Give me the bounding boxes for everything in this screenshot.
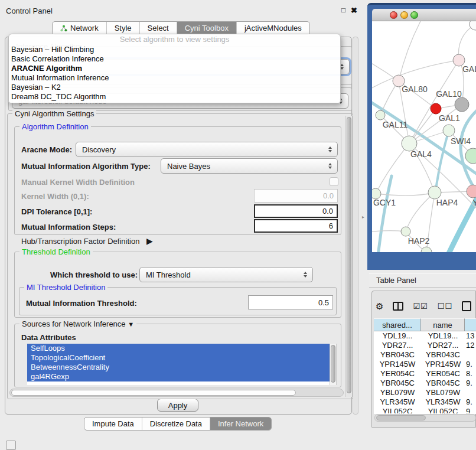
table-row[interactable]: YER054CYER054C8.	[374, 369, 476, 379]
tab-infer-network[interactable]: Infer Network	[210, 418, 271, 430]
network-node[interactable]	[421, 247, 432, 252]
table-cell: YBR045C	[421, 379, 465, 388]
network-graph[interactable]: GAL80GAL10GAL11GAL1SWI4GAL4GCY1HAP4HAP2G…	[372, 21, 476, 252]
algorithm-option[interactable]: Bayesian – K2	[9, 83, 340, 92]
network-node[interactable]	[431, 103, 441, 114]
split-pane-icon[interactable]	[393, 302, 403, 311]
tab-label: Infer Network	[218, 419, 263, 428]
mi-type-label: Mutual Information Algorithm Type:	[21, 162, 151, 171]
table-hscrollbar-thumb[interactable]	[376, 415, 426, 420]
table-panel-window: ⚙☑☑☐☐ shared...name YDL19...YDL19...13YD…	[371, 291, 476, 428]
tab-label: Impute Data	[92, 419, 134, 428]
which-threshold-combo[interactable]: MI Threshold	[139, 267, 313, 282]
table-cell: 9.	[465, 397, 476, 407]
attribute-item[interactable]: SelfLoops	[27, 344, 330, 353]
expander-expanded-icon[interactable]: ▼	[128, 321, 134, 328]
mi-algorithm-type-combo[interactable]: Naive Bayes	[161, 158, 338, 174]
mi-steps-field[interactable]: 6	[254, 219, 338, 233]
attributes-scrollbar-thumb[interactable]	[331, 345, 335, 383]
table-cell: YDL19...	[374, 331, 421, 341]
data-attributes-list[interactable]: SelfLoopsTopologicalCoefficientBetweenne…	[27, 344, 330, 385]
table-row[interactable]: YPR145WYPR145W9.	[374, 360, 476, 369]
network-node[interactable]	[455, 97, 469, 112]
column-header[interactable]: name	[421, 318, 465, 331]
settings-scrollbar-thumb[interactable]	[347, 117, 351, 393]
network-node[interactable]	[428, 186, 441, 199]
manual-kernel-checkbox[interactable]	[330, 177, 338, 186]
combo-stepper-icon	[328, 146, 332, 152]
close-panel-icon[interactable]: ✖	[351, 6, 357, 15]
table-header-row[interactable]: shared...name	[374, 318, 476, 331]
algorithm-option[interactable]: Bayesian – Hill Climbing	[9, 45, 340, 54]
panel-scrollbar-track[interactable]	[353, 37, 358, 415]
network-node[interactable]	[443, 125, 455, 136]
network-node[interactable]	[470, 21, 476, 30]
table-row[interactable]: YIL052CYIL052C9	[374, 407, 476, 413]
close-window-icon[interactable]	[390, 11, 397, 19]
algorithm-option[interactable]: ARACNE Algorithm	[9, 64, 340, 73]
settings-vertical-scrollbar[interactable]	[345, 116, 353, 397]
column-header[interactable]	[465, 318, 476, 331]
network-node[interactable]	[401, 227, 410, 236]
table-body[interactable]: YDL19...YDL19...13YDR27...YDR27...12YBR0…	[374, 331, 476, 413]
column-header[interactable]: shared...	[374, 318, 421, 331]
network-window-titlebar[interactable]	[372, 9, 476, 21]
cyni-settings-legend: Cyni Algorithm Settings	[12, 109, 96, 118]
settings-hscrollbar-thumb[interactable]	[11, 390, 296, 396]
tab-select[interactable]: Select	[140, 22, 177, 34]
table-cell: 8.	[465, 369, 476, 379]
control-panel-tabbar: NetworkStyleSelectCyni ToolboxjActiveMNo…	[52, 21, 310, 35]
table-horizontal-scrollbar[interactable]	[374, 414, 476, 422]
network-edge	[406, 193, 435, 231]
tab-network[interactable]: Network	[53, 22, 107, 34]
mi-steps-label: Mutual Information Steps:	[21, 223, 116, 231]
algorithm-option[interactable]: Dream8 DC_TDC Algorithm	[9, 92, 340, 102]
node-label: GCY1	[373, 198, 396, 207]
tab-style[interactable]: Style	[107, 22, 140, 34]
attributes-vertical-scrollbar[interactable]	[330, 344, 337, 385]
attribute-item[interactable]: BetweennessCentrality	[27, 363, 330, 372]
attribute-item[interactable]: gal4RGexp	[27, 372, 330, 381]
table-cell: YBR043C	[421, 350, 465, 360]
settings-horizontal-scrollbar[interactable]	[9, 389, 344, 397]
minimize-window-icon[interactable]	[400, 11, 408, 19]
sources-legend: Sources for Network Inference ▼	[19, 319, 136, 328]
zoom-window-icon[interactable]	[410, 11, 418, 19]
network-node[interactable]	[376, 110, 385, 120]
control-panel-title: Control Panel	[6, 6, 53, 15]
algorithm-dropdown-popup: Select algorithm to view settings Bayesi…	[8, 34, 341, 103]
splitter-handle[interactable]: ▸	[362, 214, 364, 220]
kernel-width-field[interactable]: 0.0	[254, 189, 338, 203]
hub-expander[interactable]: Hub/Transcription Factor Definition ▶	[21, 236, 153, 246]
algorithm-option[interactable]: Basic Correlation Inference	[9, 54, 340, 64]
aracne-mode-combo[interactable]: Discovery	[76, 142, 338, 157]
tab-impute-data[interactable]: Impute Data	[84, 418, 142, 430]
table-row[interactable]: YLR345WYLR345W9.	[374, 397, 476, 407]
network-node[interactable]	[465, 148, 476, 164]
table-row[interactable]: YDR27...YDR27...12	[374, 341, 476, 350]
mi-threshold-field[interactable]: 0.5	[248, 295, 333, 309]
node-table[interactable]: shared...name YDL19...YDL19...13YDR27...…	[374, 318, 476, 414]
mi-threshold-legend: MI Threshold Definition	[24, 283, 107, 292]
table-row[interactable]: YBR045CYBR045C9.	[374, 379, 476, 388]
float-window-icon[interactable]: □	[341, 6, 345, 14]
tab-jactivemnodules[interactable]: jActiveMNodules	[237, 22, 309, 34]
table-cell: 9.	[465, 379, 476, 388]
settings-gear-icon[interactable]: ⚙	[376, 302, 383, 311]
network-node[interactable]	[467, 185, 476, 198]
network-canvas[interactable]: GAL80GAL10GAL11GAL1SWI4GAL4GCY1HAP4HAP2G…	[372, 21, 476, 252]
table-row[interactable]: YBR043CYBR043C	[374, 350, 476, 360]
hide-columns-icon[interactable]: ☐☐	[438, 302, 452, 310]
dpi-tolerance-field[interactable]: 0.0	[254, 204, 338, 218]
attribute-item[interactable]: TopologicalCoefficient	[27, 353, 330, 363]
table-row[interactable]: YDL19...YDL19...13	[374, 331, 476, 341]
algorithm-option[interactable]: Mutual Information Inference	[9, 73, 340, 83]
tab-discretize-data[interactable]: Discretize Data	[142, 418, 210, 430]
tab-cyni-toolbox[interactable]: Cyni Toolbox	[177, 22, 237, 34]
table-row[interactable]: YBL079WYBL079W	[374, 388, 476, 397]
show-columns-icon[interactable]: ☑☑	[413, 302, 428, 310]
sources-legend-text: Sources for Network Inference	[22, 319, 126, 328]
export-table-icon[interactable]	[462, 301, 471, 311]
collapsed-panel-button[interactable]	[6, 441, 16, 450]
apply-button[interactable]: Apply	[157, 399, 198, 412]
